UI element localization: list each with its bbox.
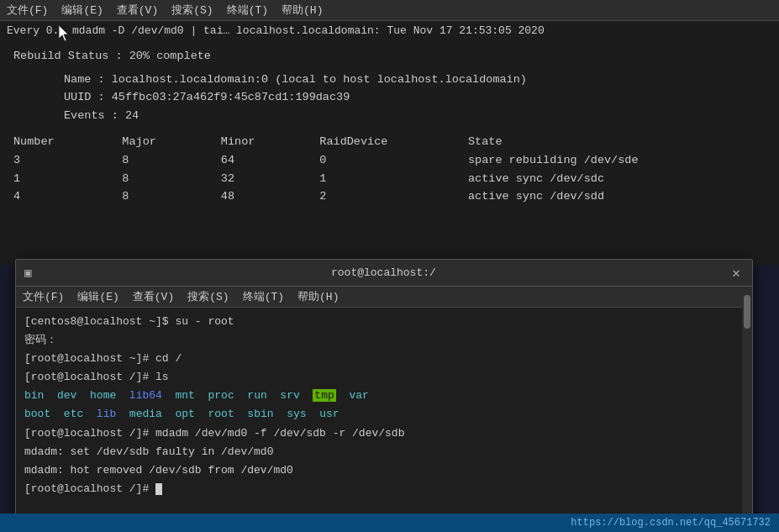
scrollbar[interactable]	[742, 287, 752, 525]
ls-item-srv: srv	[280, 389, 299, 402]
cell-major: 8	[122, 170, 221, 188]
fg-menu-file[interactable]: 文件(F)	[23, 289, 64, 304]
fg-content[interactable]: [centos8@localhost ~]$ su - root密码：[root…	[16, 308, 752, 525]
table-row: 38640spare rebuilding /dev/sde	[13, 151, 766, 170]
cell-state: active sync /dev/sdc	[468, 170, 766, 188]
cell-major: 8	[122, 151, 221, 170]
name-line: Name : localhost.localdomain:0 (local to…	[64, 71, 766, 89]
cell-state: spare rebuilding /dev/sde	[468, 151, 766, 170]
terminal-line: [root@localhost /]#	[24, 480, 744, 498]
terminal-line: [centos8@localhost ~]$ su - root	[24, 313, 744, 331]
fg-menu-terminal[interactable]: 终端(T)	[243, 289, 284, 304]
events-line: Events : 24	[64, 107, 766, 125]
foreground-terminal[interactable]: ▣ root@localhost:/ ✕ 文件(F) 编辑(E) 查看(V) 搜…	[15, 259, 753, 526]
cell-major: 8	[122, 187, 221, 206]
cell-raid_device: 2	[319, 187, 468, 206]
cell-number: 3	[13, 151, 122, 170]
col-raiddevice: RaidDevice	[319, 133, 468, 151]
fg-menu-search[interactable]: 搜索(S)	[187, 289, 229, 304]
background-terminal: 文件(F) 编辑(E) 查看(V) 搜索(S) 终端(T) 帮助(H) Ever…	[0, 0, 779, 265]
table-row: 48482active sync /dev/sdd	[13, 187, 766, 206]
fg-menu-edit[interactable]: 编辑(E)	[77, 289, 118, 304]
ls-item-lib64: lib64	[129, 389, 162, 402]
uuid-line: UUID : 45ffbc03:27a462f9:45c87cd1:199dac…	[64, 88, 766, 107]
ls-item-root: root	[208, 408, 234, 420]
ls-item-run: run	[247, 389, 266, 402]
ls-item-proc: proc	[208, 389, 234, 402]
ls-item-opt: opt	[175, 408, 194, 420]
cell-raid_device: 1	[319, 170, 468, 188]
col-minor: Minor	[221, 133, 320, 151]
cell-raid_device: 0	[319, 151, 468, 170]
ls-item-lib: lib	[97, 408, 116, 420]
fg-menu-view[interactable]: 查看(V)	[133, 289, 174, 304]
col-state: State	[468, 133, 766, 151]
bg-menu-search[interactable]: 搜索(S)	[171, 3, 213, 18]
terminal-line: mdadm: set /dev/sdb faulty in /dev/md0	[24, 443, 744, 461]
cell-minor: 48	[221, 187, 320, 206]
ls-item-bin: bin	[24, 389, 44, 402]
scrollbar-thumb[interactable]	[744, 295, 750, 329]
bottom-link[interactable]: https://blog.csdn.net/qq_45671732	[571, 517, 771, 529]
ls-item-dev: dev	[57, 389, 76, 402]
rebuild-status: Rebuild Status : 20% complete	[13, 47, 766, 66]
ls-item-home: home	[90, 389, 116, 402]
fg-titlebar: ▣ root@localhost:/ ✕	[16, 260, 752, 287]
cell-number: 1	[13, 170, 122, 188]
bg-menu-file[interactable]: 文件(F)	[7, 3, 48, 18]
cell-minor: 64	[221, 151, 320, 170]
bg-menu-help[interactable]: 帮助(H)	[282, 3, 323, 18]
terminal-line: boot etc lib media opt root sbin sys usr	[24, 405, 744, 424]
ls-item-etc: etc	[64, 408, 83, 420]
fg-menubar[interactable]: 文件(F) 编辑(E) 查看(V) 搜索(S) 终端(T) 帮助(H)	[16, 287, 752, 308]
terminal-line: mdadm: hot removed /dev/sdb from /dev/md…	[24, 461, 744, 480]
terminal-line: bin dev home lib64 mnt proc run srv tmp …	[24, 387, 744, 405]
terminal-cursor	[155, 483, 162, 495]
terminal-icon: ▣	[24, 266, 31, 280]
cell-state: active sync /dev/sdd	[468, 187, 766, 206]
ls-item-tmp: tmp	[313, 389, 335, 402]
raid-table: Number Major Minor RaidDevice State 3864…	[13, 133, 766, 205]
bg-menu-terminal[interactable]: 终端(T)	[227, 3, 268, 18]
terminal-line: [root@localhost ~]# cd /	[24, 350, 744, 368]
bg-menu-view[interactable]: 查看(V)	[117, 3, 158, 18]
bg-content: Rebuild Status : 20% complete Name : loc…	[0, 40, 779, 213]
bg-menubar[interactable]: 文件(F) 编辑(E) 查看(V) 搜索(S) 终端(T) 帮助(H)	[0, 0, 779, 21]
bg-menu-edit[interactable]: 编辑(E)	[61, 3, 103, 18]
ls-item-usr: usr	[319, 408, 339, 420]
ls-item-var: var	[349, 389, 368, 402]
ls-item-sys: sys	[287, 408, 306, 420]
fg-menu-help[interactable]: 帮助(H)	[297, 289, 339, 304]
col-major: Major	[122, 133, 221, 151]
ls-item-media: media	[129, 408, 162, 420]
terminal-line: [root@localhost /]# ls	[24, 368, 744, 387]
cell-minor: 32	[221, 170, 320, 188]
ls-item-boot: boot	[24, 408, 50, 420]
terminal-line: 密码：	[24, 331, 744, 350]
close-button[interactable]: ✕	[729, 265, 744, 282]
fg-title: root@localhost:/	[38, 266, 729, 279]
bottom-bar: https://blog.csdn.net/qq_45671732	[0, 514, 779, 532]
bg-status-bar: Every 0.… mdadm -D /dev/md0 | tai… local…	[0, 21, 779, 40]
terminal-line: [root@localhost /]# mdadm /dev/md0 -f /d…	[24, 424, 744, 443]
cell-number: 4	[13, 187, 122, 206]
col-number: Number	[13, 133, 122, 151]
ls-item-mnt: mnt	[175, 389, 194, 402]
ls-item-sbin: sbin	[247, 408, 273, 420]
table-row: 18321active sync /dev/sdc	[13, 170, 766, 188]
